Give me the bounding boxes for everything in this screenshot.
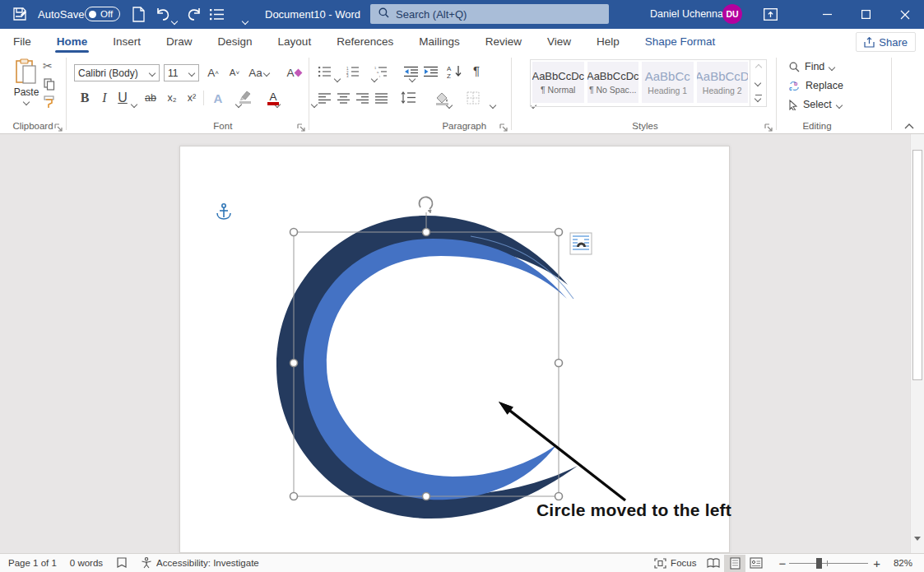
borders-icon[interactable] xyxy=(467,91,480,108)
align-center-icon[interactable] xyxy=(337,92,350,107)
font-name-select[interactable]: Calibri (Body) xyxy=(74,64,160,81)
font-size-select[interactable]: 11 xyxy=(164,64,199,81)
subscript-button[interactable]: x₂ xyxy=(163,89,181,107)
copy-icon[interactable] xyxy=(44,78,55,94)
zoom-slider-thumb[interactable] xyxy=(816,558,822,569)
grow-font-button[interactable]: A˄ xyxy=(204,63,222,81)
tab-references[interactable]: References xyxy=(335,30,395,53)
logo-blue-crescent[interactable] xyxy=(304,239,567,500)
user-name[interactable]: Daniel Uchenna xyxy=(650,8,723,20)
tab-file[interactable]: File xyxy=(12,30,33,53)
scrollbar-thumb[interactable] xyxy=(912,150,922,380)
tab-draw[interactable]: Draw xyxy=(165,30,194,53)
print-layout-button[interactable] xyxy=(724,555,745,572)
minimize-button[interactable] xyxy=(808,0,847,29)
search-input[interactable]: Search (Alt+Q) xyxy=(370,4,609,24)
web-layout-button[interactable] xyxy=(745,555,767,572)
shading-icon[interactable] xyxy=(435,91,449,109)
find-button[interactable]: Find xyxy=(789,58,835,76)
collapse-ribbon-icon[interactable] xyxy=(903,119,915,133)
autosave-toggle[interactable]: Off xyxy=(85,7,120,21)
justify-icon[interactable] xyxy=(375,92,388,107)
underline-dropdown-icon[interactable] xyxy=(132,101,137,107)
accessibility-status[interactable]: Accessibility: Investigate xyxy=(134,554,266,572)
underline-button[interactable]: U xyxy=(114,89,132,107)
proofing-icon[interactable] xyxy=(109,554,134,572)
page-info[interactable]: Page 1 of 1 xyxy=(0,554,63,572)
qat-more-icon[interactable] xyxy=(243,18,248,24)
decrease-indent-icon[interactable] xyxy=(404,66,418,81)
layout-options-button[interactable] xyxy=(570,233,592,254)
numbering-icon[interactable]: 123 xyxy=(346,66,360,81)
tab-help[interactable]: Help xyxy=(595,30,621,53)
word-count[interactable]: 0 words xyxy=(63,554,109,572)
align-right-icon[interactable] xyxy=(356,92,369,107)
text-effects-button[interactable]: A xyxy=(209,89,227,107)
sort-icon[interactable]: AZ xyxy=(447,64,463,81)
paste-button[interactable]: Paste xyxy=(8,58,44,113)
share-button[interactable]: Share xyxy=(856,32,916,52)
styles-scroll-up-icon[interactable] xyxy=(750,60,766,75)
highlight-button[interactable] xyxy=(239,90,253,107)
style-no-spacing[interactable]: AaBbCcDc ¶ No Spac... xyxy=(587,62,639,103)
font-color-button[interactable]: A xyxy=(267,89,280,104)
line-spacing-icon[interactable] xyxy=(401,91,416,107)
replace-button[interactable]: bc Replace xyxy=(789,77,843,95)
multilevel-list-icon[interactable]: 1ai xyxy=(374,66,388,81)
tab-shape-format[interactable]: Shape Format xyxy=(643,30,717,53)
undo-dropdown-icon[interactable] xyxy=(172,18,178,24)
clipboard-dialog-launcher-icon[interactable] xyxy=(54,120,64,130)
font-dialog-launcher-icon[interactable] xyxy=(297,120,307,130)
styles-more-icon[interactable] xyxy=(750,90,766,106)
shading-dropdown-icon[interactable] xyxy=(490,102,496,108)
tab-design[interactable]: Design xyxy=(216,30,254,53)
font-name-dropdown-icon xyxy=(150,70,156,76)
undo-button[interactable] xyxy=(155,7,171,26)
rotate-handle[interactable] xyxy=(420,197,433,213)
bullet-list-icon[interactable] xyxy=(210,8,225,24)
document-canvas[interactable]: Circle moved to the left xyxy=(0,134,910,553)
new-document-icon[interactable] xyxy=(132,7,146,26)
zoom-level[interactable]: 82% xyxy=(887,554,924,572)
style-heading-1[interactable]: AaBbCc Heading 1 xyxy=(642,62,694,103)
style-sample: AaBbCcDc xyxy=(532,70,584,82)
format-painter-icon[interactable] xyxy=(43,95,56,112)
focus-button[interactable]: Focus xyxy=(648,554,703,572)
pilcrow-button[interactable]: ¶ xyxy=(473,63,480,77)
redo-button[interactable] xyxy=(186,7,202,26)
change-case-button[interactable]: Aa xyxy=(247,63,272,81)
save-icon[interactable] xyxy=(12,7,27,26)
clear-formatting-button[interactable]: A xyxy=(285,63,303,81)
vertical-scrollbar[interactable] xyxy=(910,134,924,553)
superscript-button[interactable]: x² xyxy=(183,89,201,107)
tab-insert[interactable]: Insert xyxy=(111,30,142,53)
tab-home[interactable]: Home xyxy=(55,30,90,53)
tab-view[interactable]: View xyxy=(546,30,573,53)
style-normal[interactable]: AaBbCcDc ¶ Normal xyxy=(532,62,584,103)
ribbon-display-options-icon[interactable] xyxy=(764,8,778,24)
cut-icon[interactable]: ✂ xyxy=(43,59,53,72)
bold-button[interactable]: B xyxy=(76,89,94,107)
zoom-slider[interactable] xyxy=(789,554,868,572)
tab-mailings[interactable]: Mailings xyxy=(417,30,462,53)
read-mode-button[interactable] xyxy=(703,555,724,572)
italic-button[interactable]: I xyxy=(95,89,114,107)
strikethrough-button[interactable]: ab xyxy=(142,89,160,107)
style-heading-2[interactable]: AaBbCcD Heading 2 xyxy=(697,62,749,103)
close-button[interactable] xyxy=(885,0,924,29)
increase-indent-icon[interactable] xyxy=(424,66,438,81)
styles-scroll-down-icon[interactable] xyxy=(750,75,766,90)
tab-review[interactable]: Review xyxy=(484,30,523,53)
paragraph-dialog-launcher-icon[interactable] xyxy=(499,120,509,130)
styles-dialog-launcher-icon[interactable] xyxy=(764,120,774,130)
maximize-button[interactable] xyxy=(847,0,885,29)
tab-layout[interactable]: Layout xyxy=(276,30,313,53)
select-button[interactable]: Select xyxy=(789,95,843,114)
bullets-dropdown-icon[interactable] xyxy=(335,76,341,81)
user-avatar[interactable]: DU xyxy=(722,4,742,24)
align-left-icon[interactable] xyxy=(318,92,331,107)
bullets-icon[interactable] xyxy=(318,66,332,81)
zoom-out-button[interactable]: − xyxy=(767,554,789,572)
zoom-in-button[interactable]: + xyxy=(868,554,887,572)
shrink-font-button[interactable]: A˅ xyxy=(225,63,244,81)
